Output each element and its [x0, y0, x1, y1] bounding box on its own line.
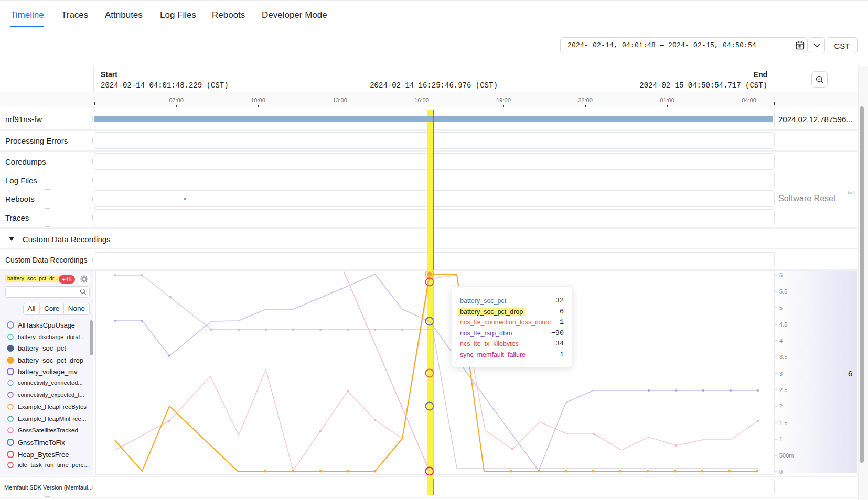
svg-text:16:00: 16:00 — [414, 97, 429, 103]
svg-text:3.5: 3.5 — [779, 354, 787, 360]
svg-text:battery_soc_pct: battery_soc_pct — [18, 344, 66, 352]
svg-text:battery_soc_pct_drop: battery_soc_pct_drop — [18, 356, 83, 364]
svg-text:19:00: 19:00 — [496, 97, 511, 103]
svg-text:0: 0 — [779, 469, 783, 475]
svg-text:1: 1 — [779, 436, 783, 442]
svg-text:AllTasksCpuUsage: AllTasksCpuUsage — [18, 321, 75, 329]
svg-text:connectivity_expected_t...: connectivity_expected_t... — [18, 392, 84, 398]
svg-text:07:00: 07:00 — [169, 97, 184, 103]
svg-text:battery_discharge_durat...: battery_discharge_durat... — [18, 334, 85, 340]
svg-text:5.5: 5.5 — [779, 288, 787, 295]
svg-text:500m: 500m — [779, 452, 794, 459]
svg-text:13:00: 13:00 — [333, 97, 347, 103]
svg-text:22:00: 22:00 — [578, 97, 593, 103]
svg-text:4: 4 — [779, 338, 783, 344]
svg-text:6: 6 — [779, 272, 783, 278]
svg-text:10:00: 10:00 — [251, 97, 265, 103]
svg-text:3: 3 — [779, 371, 783, 377]
svg-text:connectivity_connected...: connectivity_connected... — [18, 379, 83, 386]
svg-text:idle_task_run_time_perc...: idle_task_run_time_perc... — [18, 462, 89, 468]
svg-text:GnssSatellitesTracked: GnssSatellitesTracked — [18, 427, 78, 433]
svg-text:6: 6 — [848, 369, 852, 378]
svg-text:2: 2 — [779, 403, 783, 409]
svg-text:1.5: 1.5 — [779, 420, 787, 426]
svg-text:04:00: 04:00 — [742, 97, 756, 103]
svg-text:4.5: 4.5 — [779, 321, 787, 328]
svg-text:5: 5 — [779, 305, 783, 311]
svg-text:01:00: 01:00 — [660, 97, 674, 103]
svg-text:GnssTimeToFix: GnssTimeToFix — [18, 439, 65, 447]
svg-text:2.5: 2.5 — [779, 387, 787, 393]
svg-text:battery_voltage_mv: battery_voltage_mv — [18, 368, 78, 376]
svg-text:Heap_BytesFree: Heap_BytesFree — [18, 451, 69, 459]
svg-text:Example_HeapMinFree...: Example_HeapMinFree... — [18, 416, 86, 422]
svg-text:Example_HeapFreeBytes: Example_HeapFreeBytes — [18, 404, 87, 410]
